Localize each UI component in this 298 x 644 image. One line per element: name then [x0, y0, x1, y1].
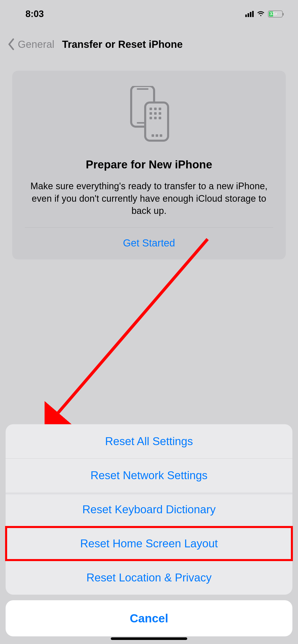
prepare-title: Prepare for New iPhone [25, 158, 273, 171]
annotation-arrow [45, 237, 210, 425]
sheet-item-reset-location-privacy[interactable]: Reset Location & Privacy [6, 561, 292, 595]
svg-rect-4 [150, 108, 152, 110]
sheet-item-reset-home-screen-layout[interactable]: Reset Home Screen Layout [6, 526, 292, 561]
sheet-item-reset-all-settings[interactable]: Reset All Settings [6, 424, 292, 458]
wifi-icon [257, 11, 265, 17]
battery-percent: 33 [270, 11, 275, 17]
svg-rect-15 [160, 134, 162, 137]
status-time: 8:03 [25, 9, 44, 19]
svg-rect-9 [159, 112, 161, 115]
sheet-item-reset-network-settings[interactable]: Reset Network Settings [6, 458, 292, 492]
svg-rect-8 [154, 112, 157, 115]
cancel-button[interactable]: Cancel [6, 600, 292, 636]
svg-rect-5 [154, 108, 157, 110]
battery-icon: 33⚡︎ [268, 10, 283, 18]
status-bar: 8:03 33⚡︎ [0, 0, 298, 28]
action-sheet: Reset All Settings Reset Network Setting… [0, 424, 298, 644]
svg-rect-13 [152, 134, 154, 137]
get-started-button[interactable]: Get Started [12, 228, 286, 259]
back-label[interactable]: General [18, 39, 55, 50]
svg-rect-7 [150, 112, 152, 115]
svg-rect-12 [159, 117, 161, 119]
cellular-signal-icon [245, 11, 254, 17]
page-title: Transfer or Reset iPhone [62, 39, 183, 50]
sheet-item-reset-keyboard-dictionary[interactable]: Reset Keyboard Dictionary [6, 492, 292, 526]
back-chevron-icon[interactable] [8, 38, 15, 50]
nav-bar: General Transfer or Reset iPhone [0, 28, 298, 61]
home-indicator [111, 637, 187, 640]
prepare-card: Prepare for New iPhone Make sure everyth… [12, 71, 286, 259]
svg-rect-14 [156, 134, 158, 137]
prepare-description: Make sure everything's ready to transfer… [25, 180, 273, 217]
status-indicators: 33⚡︎ [245, 10, 283, 18]
svg-rect-10 [150, 117, 152, 119]
svg-line-17 [52, 239, 208, 420]
phones-transfer-icon [129, 86, 169, 142]
svg-rect-11 [154, 117, 157, 119]
action-sheet-group: Reset All Settings Reset Network Setting… [6, 424, 292, 595]
svg-rect-6 [159, 108, 161, 110]
